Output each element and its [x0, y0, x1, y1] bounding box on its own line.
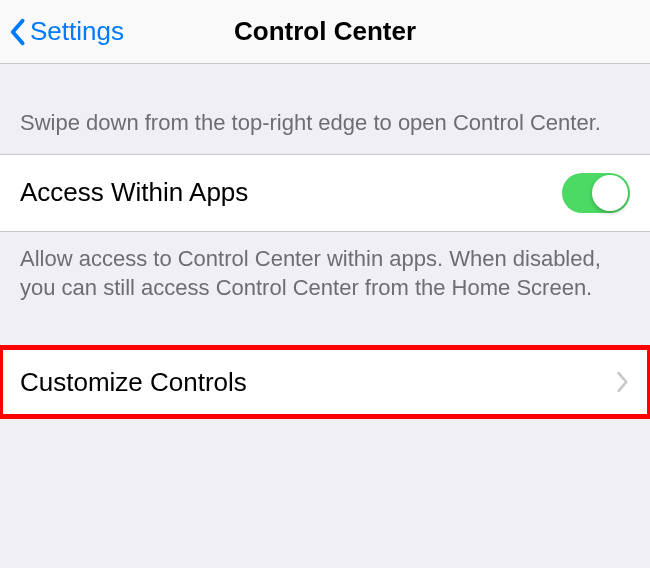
chevron-right-icon	[616, 371, 630, 393]
back-label: Settings	[30, 16, 124, 47]
access-within-apps-toggle[interactable]	[562, 173, 630, 213]
section-intro-text: Swipe down from the top-right edge to op…	[0, 82, 650, 154]
access-within-apps-label: Access Within Apps	[20, 177, 248, 208]
page-title: Control Center	[234, 16, 416, 47]
back-button[interactable]: Settings	[8, 16, 124, 47]
access-within-apps-row: Access Within Apps	[0, 154, 650, 232]
customize-controls-row[interactable]: Customize Controls	[0, 347, 650, 417]
toggle-knob	[592, 175, 628, 211]
access-within-apps-footer: Allow access to Control Center within ap…	[0, 232, 650, 325]
chevron-left-icon	[8, 18, 26, 46]
customize-controls-label: Customize Controls	[20, 367, 247, 398]
nav-bar: Settings Control Center	[0, 0, 650, 64]
